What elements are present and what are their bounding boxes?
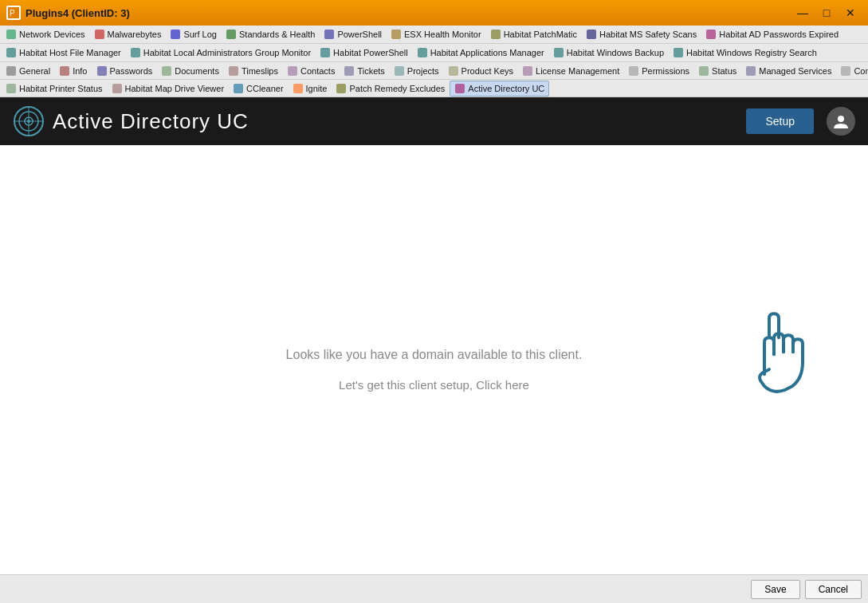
toolbar-item-permissions[interactable]: Permissions <box>624 64 693 78</box>
toolbar-item-label: Habitat Applications Manager <box>430 48 544 57</box>
toolbar-item-label: Patch Remedy Excludes <box>349 84 445 93</box>
svg-rect-11 <box>6 48 16 57</box>
toolbar-item-habitat-applications-manager[interactable]: Habitat Applications Manager <box>413 45 548 60</box>
save-button[interactable]: Save <box>751 580 799 599</box>
toolbar-item-projects[interactable]: Projects <box>390 64 443 78</box>
network-icon <box>6 29 17 40</box>
general-icon <box>6 65 17 77</box>
toolbar-item-info[interactable]: Info <box>55 64 91 78</box>
app-header: Active Directory UC Setup <box>0 97 868 145</box>
toolbar-item-habitat-map-drive-viewer[interactable]: Habitat Map Drive Viewer <box>108 81 229 96</box>
patch-icon <box>336 83 347 94</box>
toolbar-item-ignite[interactable]: Ignite <box>289 81 332 96</box>
toolbar-item-habitat-printer-status[interactable]: Habitat Printer Status <box>2 81 107 96</box>
svg-rect-28 <box>699 66 709 76</box>
toolbar-item-malwarebytes[interactable]: Malwarebytes <box>90 27 166 41</box>
toolbar-item-label: Habitat Windows Backup <box>567 48 664 57</box>
toolbar-item-habitat-host-file-manager[interactable]: Habitat Host File Manager <box>2 45 125 60</box>
toolbar-item-ccleaner[interactable]: CCleaner <box>229 81 287 96</box>
svg-rect-10 <box>706 30 716 39</box>
toolbar-item-label: Contacts <box>300 66 335 76</box>
toolbar-item-patch-remedy-excludes[interactable]: Patch Remedy Excludes <box>332 81 449 96</box>
patch-icon <box>490 29 501 40</box>
toolbar-item-passwords[interactable]: Passwords <box>92 64 157 78</box>
svg-rect-3 <box>95 30 104 39</box>
toolbar-item-habitat-patchmatic[interactable]: Habitat PatchMatic <box>486 27 581 41</box>
toolbar-item-documents[interactable]: Documents <box>157 64 223 78</box>
setup-message[interactable]: Let's get this client setup, Click here <box>339 378 529 392</box>
toolbar-item-habitat-windows-backup[interactable]: Habitat Windows Backup <box>549 45 668 60</box>
toolbar-item-network-devices[interactable]: Network Devices <box>2 27 89 41</box>
ignite-icon <box>293 83 304 94</box>
svg-rect-27 <box>629 66 638 76</box>
toolbar-item-surf-log[interactable]: Surf Log <box>166 27 221 41</box>
svg-rect-24 <box>395 66 404 76</box>
toolbar-item-license-management[interactable]: License Management <box>518 64 623 78</box>
toolbar-item-habitat-powershell[interactable]: Habitat PowerShell <box>316 45 412 60</box>
pass-icon <box>96 65 108 77</box>
proj-icon <box>394 65 405 77</box>
toolbar-item-label: Passwords <box>110 66 153 76</box>
svg-rect-23 <box>344 66 354 76</box>
cc-icon <box>233 83 244 94</box>
toolbar-item-timeslips[interactable]: Timeslips <box>224 64 282 78</box>
maximize-button[interactable]: □ <box>815 4 838 22</box>
svg-rect-16 <box>674 48 683 57</box>
user-icon[interactable] <box>827 107 855 136</box>
svg-rect-5 <box>226 30 236 39</box>
toolbar-item-habitat-windows-registry-search[interactable]: Habitat Windows Registry Search <box>669 45 821 60</box>
toolbar-item-label: Habitat AD Passwords Expired <box>719 30 839 39</box>
logo-icon <box>13 105 45 137</box>
svg-rect-32 <box>112 84 122 93</box>
svg-rect-18 <box>60 66 69 76</box>
toolbar-item-status[interactable]: Status <box>694 64 740 78</box>
toolbar-item-habitat-ad-passwords-expired[interactable]: Habitat AD Passwords Expired <box>701 27 842 41</box>
toolbar-item-active-directory-uc[interactable]: Active Directory UC <box>450 81 549 97</box>
toolbar-item-powershell[interactable]: PowerShell <box>320 27 386 41</box>
comp-icon <box>840 65 851 77</box>
toolbar-item-label: Habitat Host File Manager <box>19 48 121 57</box>
toolbar-item-label: Habitat Map Drive Viewer <box>125 84 225 93</box>
toolbar-item-label: CCleaner <box>246 84 283 93</box>
map-icon <box>112 83 123 94</box>
toolbar-item-general[interactable]: General <box>2 64 54 78</box>
toolbar-item-label: Network Devices <box>19 30 85 39</box>
toolbar-item-habitat-local-administrators-group-monitor[interactable]: Habitat Local Administrators Group Monit… <box>126 45 315 60</box>
cancel-button[interactable]: Cancel <box>805 580 862 599</box>
svg-rect-20 <box>162 66 171 76</box>
surf-icon <box>170 29 181 40</box>
hand-pointer-icon <box>740 310 820 406</box>
hand-icon-container <box>740 310 820 408</box>
toolbar-item-tickets[interactable]: Tickets <box>340 64 388 78</box>
toolbar-item-contacts[interactable]: Contacts <box>283 64 339 78</box>
toolbar-item-esx-health-monitor[interactable]: ESX Health Monitor <box>387 27 485 41</box>
toolbar-item-managed-services[interactable]: Managed Services <box>741 64 835 78</box>
lic-icon <box>522 65 533 77</box>
main-content: Looks like you have a domain available t… <box>0 145 868 593</box>
ps-icon <box>324 29 335 40</box>
svg-rect-22 <box>288 66 297 76</box>
svg-rect-9 <box>587 30 596 39</box>
svg-rect-25 <box>449 66 458 76</box>
toolbar-item-habitat-ms-safety-scans[interactable]: Habitat MS Safety Scans <box>582 27 701 41</box>
close-button[interactable]: ✕ <box>839 4 862 22</box>
minimize-button[interactable]: — <box>791 4 814 22</box>
toolbar-item-product-keys[interactable]: Product Keys <box>444 64 517 78</box>
svg-rect-6 <box>324 30 334 39</box>
svg-rect-21 <box>229 66 238 76</box>
toolbar-item-label: Timeslips <box>242 66 278 76</box>
toolbar-item-label: Active Directory UC <box>468 84 544 93</box>
app-icon: P <box>6 6 21 20</box>
toolbar-item-label: License Management <box>536 66 619 76</box>
toolbar-item-label: PowerShell <box>337 30 382 39</box>
toolbar-item-computers[interactable]: Computers <box>836 64 868 78</box>
habitat-icon <box>553 47 564 58</box>
shield-icon <box>94 29 105 40</box>
doc-icon <box>161 65 172 77</box>
setup-button[interactable]: Setup <box>746 108 814 134</box>
svg-rect-8 <box>491 30 501 39</box>
habitat-icon <box>130 47 141 58</box>
toolbar-item-standards-&-health[interactable]: Standards & Health <box>222 27 319 41</box>
habitat-icon <box>6 47 17 58</box>
title-bar: P Plugins4 (ClientID: 3) — □ ✕ <box>0 0 868 26</box>
